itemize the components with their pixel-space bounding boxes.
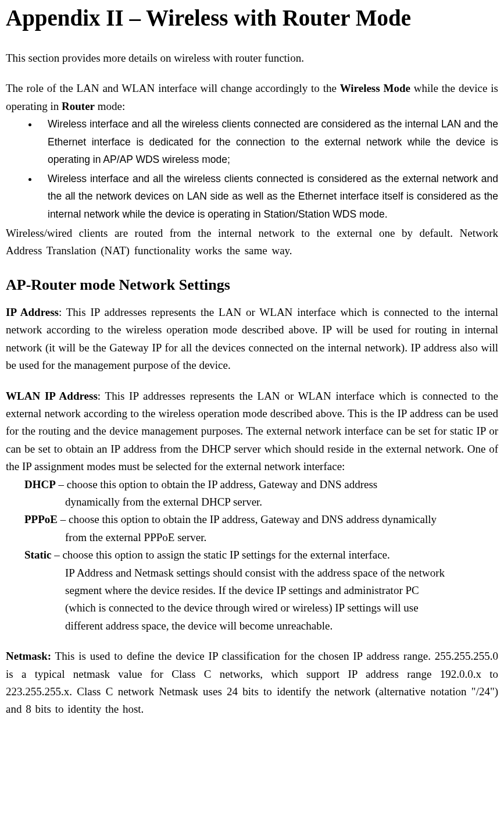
static-row: Static – choose this option to assign th… — [6, 546, 498, 564]
ip-address-paragraph: IP Address: This IP addresses represents… — [6, 304, 498, 375]
list-item: Wireless interface and all the wireless … — [38, 170, 498, 223]
netmask-paragraph: Netmask: This is used to define the devi… — [6, 648, 498, 719]
intro-paragraph: This section provides more details on wi… — [6, 49, 498, 67]
netmask-text: This is used to define the device IP cla… — [6, 650, 498, 715]
role-text-a: The role of the LAN and WLAN interface w… — [6, 82, 340, 94]
page-title: Appendix II – Wireless with Router Mode — [6, 5, 498, 32]
static-cont5: different address space, the device will… — [6, 617, 498, 635]
after-bullets-paragraph: Wireless/wired clients are routed from t… — [6, 225, 498, 260]
pppoe-label: PPPoE — [24, 513, 58, 525]
static-line1: – choose this option to assign the stati… — [51, 549, 389, 561]
ip-modes-block: DHCP – choose this option to obtain the … — [6, 476, 498, 635]
netmask-label: Netmask: — [6, 650, 51, 662]
static-label: Static — [24, 549, 51, 561]
wlan-ip-paragraph: WLAN IP Address: This IP addresses repre… — [6, 387, 498, 476]
pppoe-cont: from the external PPPoE server. — [6, 529, 498, 546]
ip-address-label: IP Address — [6, 306, 59, 318]
static-cont3: segment where the device resides. If the… — [6, 582, 498, 599]
dhcp-cont: dynamically from the external DHCP serve… — [6, 493, 498, 511]
wireless-mode-bold: Wireless Mode — [340, 82, 410, 94]
router-bold: Router — [62, 100, 95, 112]
section-heading: AP-Router mode Network Settings — [6, 273, 498, 297]
dhcp-line1: – choose this option to obtain the IP ad… — [56, 478, 377, 490]
dhcp-row: DHCP – choose this option to obtain the … — [6, 476, 498, 493]
ip-address-text: : This IP addresses represents the LAN o… — [6, 306, 498, 371]
dhcp-label: DHCP — [24, 478, 56, 490]
static-cont4: (which is connected to the device throug… — [6, 599, 498, 617]
pppoe-row: PPPoE – choose this option to obtain the… — [6, 511, 498, 528]
wlan-ip-text: : This IP addresses represents the LAN o… — [6, 390, 498, 473]
role-paragraph: The role of the LAN and WLAN interface w… — [6, 80, 498, 115]
role-text-c: mode: — [95, 100, 125, 112]
bullet-list: Wireless interface and all the wireless … — [6, 115, 498, 223]
wlan-ip-label: WLAN IP Address — [6, 390, 98, 402]
list-item: Wireless interface and all the wireless … — [38, 115, 498, 169]
pppoe-line1: – choose this option to obtain the IP ad… — [58, 513, 437, 525]
spacer — [6, 264, 498, 267]
static-cont2: IP Address and Netmask settings should c… — [6, 564, 498, 582]
